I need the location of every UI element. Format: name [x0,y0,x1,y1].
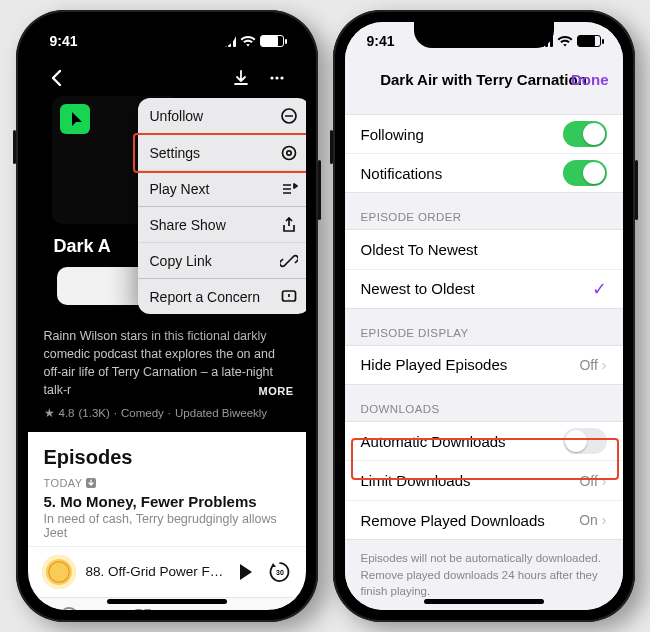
cell-newest-oldest[interactable]: Newest to Oldest ✓ [345,269,623,309]
tab-listen-now[interactable]: Listen Now [45,606,92,610]
settings-title: Dark Air with Terry Carnation [380,71,587,88]
nav-row [28,60,306,96]
settings-navbar: Dark Air with Terry Carnation Done [345,60,623,100]
cell-remove-played[interactable]: Remove Played Downloads On› [345,500,623,540]
browse-icon [132,606,154,610]
today-label: TODAY [28,477,306,491]
play-icon[interactable] [238,563,254,581]
cell-oldest-newest[interactable]: Oldest To Newest [345,229,623,269]
group-downloads: DOWNLOADS [345,385,623,421]
back-button[interactable] [42,63,72,93]
svg-rect-11 [144,609,151,610]
notch [97,22,237,48]
episode-subtitle: In need of cash, Terry begrudgingly allo… [44,512,290,540]
menu-copy-link[interactable]: Copy Link [138,242,306,278]
menu-play-next[interactable]: Play Next [138,170,306,206]
done-button[interactable]: Done [571,71,609,88]
download-badge-icon [86,478,96,488]
show-description: Rainn Wilson stars in this fictional dar… [28,315,306,404]
svg-point-2 [280,76,283,79]
svg-text:30: 30 [276,569,284,576]
more-icon[interactable] [262,63,292,93]
notch [414,22,554,48]
artwork-badge [60,104,90,134]
svg-point-0 [270,76,273,79]
report-icon [280,288,298,306]
now-playing-title: 88. Off-Grid Power For... [86,564,228,579]
play-next-icon [280,180,298,198]
phone-right: 9:41 Dark Air with Terry Carnation Done … [333,10,635,622]
library-icon [197,606,219,610]
more-button[interactable]: MORE [259,384,294,400]
listen-now-icon [58,606,80,610]
svg-point-1 [275,76,278,79]
automatic-downloads-highlight [351,438,619,480]
menu-share[interactable]: Share Show [138,206,306,242]
battery-icon [260,35,284,47]
menu-report[interactable]: Report a Concern [138,278,306,314]
context-menu: Unfollow Settings Play Next Share Show C… [138,98,306,314]
tab-browse[interactable]: Browse [127,606,159,610]
svg-rect-10 [135,609,142,610]
status-time: 9:41 [50,33,78,49]
battery-icon [577,35,601,47]
wifi-icon [557,35,573,47]
home-indicator[interactable] [424,599,544,604]
check-icon: ✓ [592,278,607,300]
group-episode-order: EPISODE ORDER [345,193,623,229]
now-playing-artwork [42,555,76,589]
screen-right: 9:41 Dark Air with Terry Carnation Done … [345,22,623,610]
link-icon [280,252,298,270]
settings-body: Dark Air with Terry Carnation Done Follo… [345,60,623,610]
wifi-icon [240,35,256,47]
chevron-right-icon: › [602,357,607,373]
settings-highlight [133,133,306,173]
show-meta: ★ 4.8 (1.3K) · Comedy · Updated Biweekly [28,404,306,432]
skip-30-icon[interactable]: 30 [268,560,292,584]
tab-library[interactable]: Library [194,606,223,610]
now-playing-bar[interactable]: 88. Off-Grid Power For... 30 [28,546,306,597]
episodes-section: Episodes TODAY 5. Mo Money, Fewer Proble… [28,432,306,611]
following-switch[interactable] [563,121,607,147]
notifications-switch[interactable] [563,160,607,186]
chevron-right-icon: › [602,512,607,528]
menu-unfollow[interactable]: Unfollow [138,98,306,134]
cell-following[interactable]: Following [345,114,623,154]
genre: Comedy [121,407,164,419]
status-time: 9:41 [367,33,395,49]
unfollow-icon [280,107,298,125]
group-episode-display: EPISODE DISPLAY [345,309,623,345]
share-icon [280,216,298,234]
tab-search[interactable]: Search [258,606,288,610]
cell-notifications[interactable]: Notifications [345,153,623,193]
episodes-heading: Episodes [28,432,306,477]
download-icon[interactable] [226,63,256,93]
cell-hide-played[interactable]: Hide Played Episodes Off› [345,345,623,385]
search-icon [262,606,284,610]
episode-row[interactable]: 5. Mo Money, Fewer Problems In need of c… [28,491,306,546]
star-icon: ★ [44,406,55,420]
cadence: Updated Biweekly [175,407,267,419]
rating-count: (1.3K) [79,407,110,419]
screen-left: 9:41 [28,22,306,610]
svg-point-9 [60,608,78,610]
phone-left: 9:41 [16,10,318,622]
episode-title: 5. Mo Money, Fewer Problems [44,493,290,510]
home-indicator[interactable] [107,599,227,604]
rating: 4.8 [59,407,75,419]
